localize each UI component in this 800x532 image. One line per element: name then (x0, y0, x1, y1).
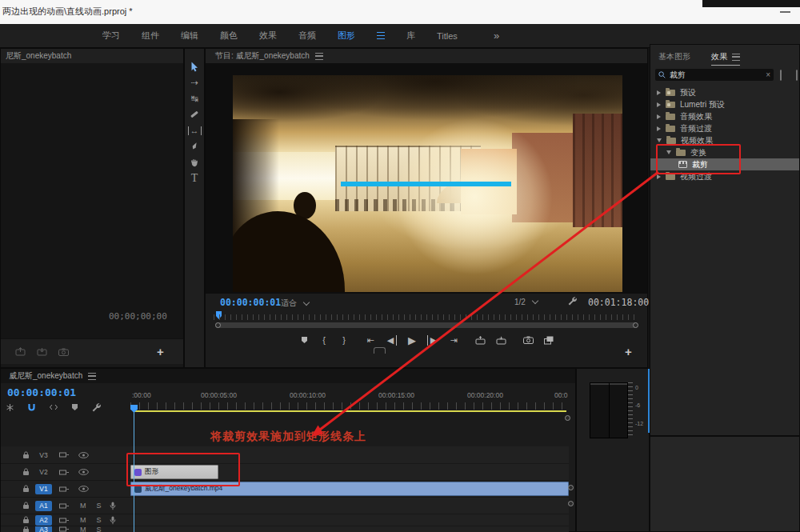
track-header-a1[interactable]: A1 M S (1, 498, 130, 514)
add-marker-icon[interactable] (299, 336, 309, 344)
eye-icon[interactable] (78, 469, 89, 475)
track-header-v2[interactable]: V2 (1, 464, 130, 481)
timeline-vscroll-handle[interactable] (568, 501, 574, 506)
track-header-a2[interactable]: A2 M S (1, 514, 130, 526)
comparison-view-button[interactable] (544, 336, 554, 345)
chevron-right-icon[interactable] (657, 126, 661, 131)
track-target-v2[interactable]: V2 (35, 467, 52, 478)
tab-effects[interactable]: 效果 (711, 51, 740, 66)
track-target-a1[interactable]: A1 (35, 501, 52, 511)
work-area-bar[interactable] (134, 410, 566, 412)
export-frame-button[interactable] (523, 336, 534, 344)
source-patch-icon[interactable] (59, 526, 70, 532)
mute-button[interactable]: M (80, 526, 86, 532)
track-header-a3[interactable]: A3 M S (1, 526, 130, 532)
new-custom-bin-icon[interactable] (796, 70, 798, 81)
source-patch-icon[interactable] (59, 451, 70, 458)
source-patch-icon[interactable] (59, 469, 70, 476)
workspace-tab-learning[interactable]: 学习 (102, 30, 120, 42)
program-scrollbar[interactable] (215, 322, 638, 328)
go-to-in-button[interactable]: ⇤ (366, 335, 375, 346)
source-button-editor-add[interactable]: + (157, 345, 164, 358)
search-clear-icon[interactable]: × (766, 70, 770, 79)
minimize-icon[interactable] (780, 11, 790, 13)
program-scroll-handle-left[interactable] (215, 322, 221, 328)
play-button[interactable]: ▶ (407, 334, 417, 346)
chevron-right-icon[interactable] (657, 102, 661, 107)
mute-button[interactable]: M (80, 502, 86, 510)
graphics-tab-menu-icon[interactable] (377, 32, 385, 39)
effects-tree-item-audio-transitions[interactable]: 音频过渡 (650, 122, 799, 134)
workspace-tab-color[interactable]: 颜色 (220, 30, 238, 42)
solo-button[interactable]: S (97, 502, 102, 510)
lock-icon[interactable] (22, 468, 30, 476)
program-button-editor-add[interactable]: + (625, 345, 632, 358)
program-scroll-handle-right[interactable] (633, 322, 638, 328)
mic-icon[interactable] (110, 516, 116, 525)
workspace-tab-titles[interactable]: Titles (437, 31, 458, 41)
razor-tool-icon[interactable] (184, 106, 205, 122)
fit-dropdown[interactable]: 适合 (281, 298, 309, 309)
timeline-panel-menu-icon[interactable] (88, 373, 96, 380)
program-panel-menu-icon[interactable] (315, 53, 323, 60)
track-target-a3[interactable]: A3 (35, 526, 52, 532)
track-target-v1[interactable]: V1 (35, 484, 52, 494)
effects-tree-item-audio-effects[interactable]: 音频效果 (650, 110, 799, 122)
chevron-down-icon[interactable] (657, 138, 662, 142)
selection-tool-icon[interactable] (184, 58, 205, 74)
track-header-v1[interactable]: V1 (1, 481, 130, 498)
lock-icon[interactable] (22, 516, 30, 524)
rectangle-line-graphic[interactable] (341, 182, 511, 186)
button-editor-handle[interactable] (374, 347, 386, 354)
workspace-tab-graphics[interactable]: 图形 (338, 30, 355, 42)
effects-tree-item-presets[interactable]: 预设 (650, 86, 799, 98)
slip-tool-icon[interactable]: ↔ (184, 122, 205, 138)
program-video-frame[interactable] (233, 75, 622, 292)
overwrite-icon[interactable] (37, 347, 47, 356)
chevron-right-icon[interactable] (657, 90, 661, 95)
timeline-settings-wrench-icon[interactable] (91, 402, 101, 412)
program-monitor-header[interactable]: 节目: 威尼斯_onekeybatch (206, 49, 647, 63)
new-preset-bin-icon[interactable] (780, 70, 782, 81)
source-patch-icon[interactable] (59, 486, 70, 493)
solo-button[interactable]: S (97, 516, 102, 524)
track-target-a2[interactable]: A2 (35, 515, 52, 526)
track-select-forward-tool-icon[interactable]: ⇢ (184, 74, 205, 90)
lock-icon[interactable] (22, 485, 30, 493)
track-lane-a3[interactable] (130, 526, 569, 532)
program-mini-ruler[interactable] (214, 313, 639, 321)
pen-tool-icon[interactable] (184, 138, 205, 154)
effects-tree-item-lumetri-presets[interactable]: Lumetri 预设 (650, 98, 799, 110)
track-header-v3[interactable]: V3 (1, 446, 130, 464)
lock-icon[interactable] (22, 526, 30, 532)
mark-in-button[interactable]: { (319, 335, 329, 345)
timeline-timecode[interactable]: 00:00:00:01 (7, 386, 76, 398)
workspace-tab-assembly[interactable]: 组件 (142, 30, 159, 42)
effects-search-box[interactable]: × (655, 69, 774, 81)
track-target-v3[interactable]: V3 (35, 450, 52, 460)
eye-icon[interactable] (78, 452, 89, 458)
sequence-tab[interactable]: 威尼斯_onekeybatch (9, 370, 82, 382)
lock-icon[interactable] (22, 502, 30, 510)
timeline-ruler-ticks[interactable] (130, 402, 569, 410)
mute-button[interactable]: M (80, 516, 86, 524)
workspace-tab-libraries[interactable]: 库 (406, 30, 415, 42)
effects-panel-menu-icon[interactable] (732, 54, 740, 61)
track-lane-a1[interactable] (130, 498, 569, 514)
program-timecode[interactable]: 00:00:00:01 (220, 297, 281, 308)
export-frame-icon[interactable] (58, 348, 69, 356)
source-patch-icon[interactable] (59, 517, 70, 524)
insert-icon[interactable] (15, 347, 26, 356)
lock-icon[interactable] (22, 451, 30, 459)
effects-search-input[interactable] (670, 70, 750, 79)
linked-selection-icon[interactable] (49, 403, 58, 411)
timeline-vscroll-handle[interactable] (568, 485, 574, 490)
program-settings-wrench-icon[interactable] (567, 296, 577, 306)
mark-out-button[interactable]: } (339, 335, 349, 345)
ripple-edit-tool-icon[interactable]: ↹ (184, 90, 205, 106)
solo-button[interactable]: S (97, 526, 102, 532)
lift-button[interactable] (475, 336, 486, 345)
go-to-out-button[interactable]: ⇥ (449, 335, 458, 346)
nest-toggle-icon[interactable] (6, 403, 14, 412)
chevron-right-icon[interactable] (657, 114, 661, 119)
